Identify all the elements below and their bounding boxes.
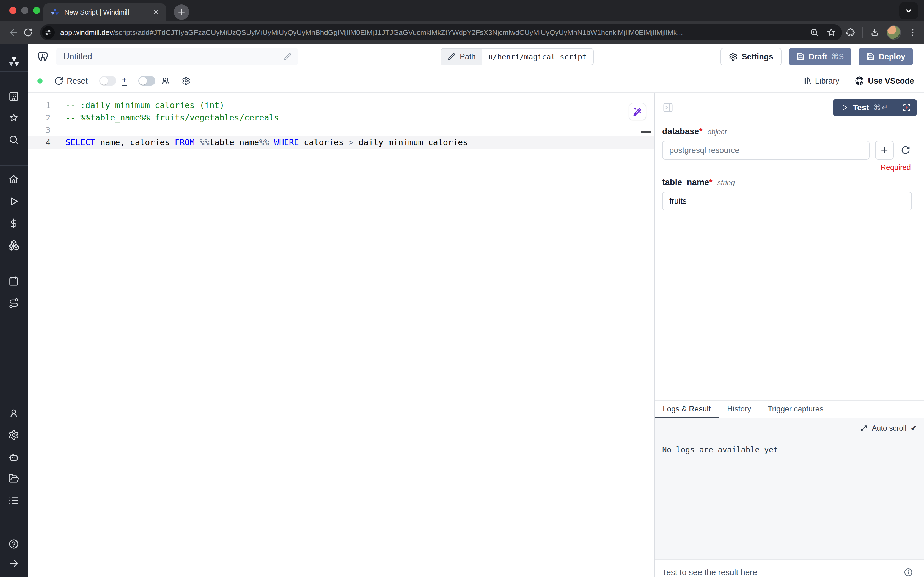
address-bar[interactable]: app.windmill.dev/scripts/add#JTdCJTIyaGF… (40, 24, 842, 40)
code-editor[interactable]: 1-- :daily_minimum_calories (int)2-- %%t… (27, 93, 655, 577)
field-label-database: database* object (662, 127, 912, 136)
sidebar-home-icon[interactable] (7, 173, 20, 186)
collapse-panel-icon[interactable] (662, 102, 674, 113)
script-title-box[interactable] (56, 48, 298, 66)
script-title-input[interactable] (63, 52, 283, 62)
sidebar-dollar-icon[interactable] (7, 217, 20, 230)
save-icon (866, 53, 874, 61)
toolbar-divider (863, 27, 863, 38)
table-name-input[interactable] (662, 192, 912, 210)
test-button[interactable]: Test ⌘↵ (833, 99, 896, 116)
zoom-icon[interactable] (810, 28, 819, 37)
editor-settings-gear-icon[interactable] (182, 76, 191, 85)
tab-search-button[interactable] (899, 2, 918, 19)
browser-tab[interactable]: New Script | Windmill (43, 3, 166, 21)
add-resource-button[interactable] (875, 141, 894, 160)
users-icon (161, 76, 170, 85)
close-window-button[interactable] (10, 7, 16, 14)
refresh-resources-icon[interactable] (899, 145, 912, 155)
url-text[interactable]: app.windmill.dev/scripts/add#JTdCJTIyaGF… (60, 28, 805, 37)
ai-assistant-button[interactable] (629, 103, 646, 121)
code-text: -- %%table_name%% fruits/vegetables/cere… (58, 113, 279, 122)
profile-avatar[interactable] (887, 25, 901, 40)
sidebar-windmill-logo (7, 55, 20, 68)
sidebar-folder-open-icon[interactable] (7, 472, 20, 485)
capture-test-button[interactable] (897, 99, 917, 116)
line-number: 2 (27, 113, 58, 122)
postgresql-icon (37, 51, 49, 63)
database-resource-input[interactable] (662, 141, 869, 160)
sidebar-bot-icon[interactable] (7, 450, 20, 464)
sidebar-help-icon[interactable] (7, 537, 20, 551)
sidebar-workspace-icon[interactable] (7, 90, 20, 103)
test-shortcut: ⌘↵ (873, 103, 888, 112)
code-line-3[interactable]: 3 (27, 124, 655, 136)
preview-panel: Test ⌘↵ database* object (655, 93, 924, 577)
use-vscode-button[interactable]: Use VScode (855, 76, 914, 86)
path-chip[interactable]: Path u/henri/magical_script (441, 48, 594, 65)
sidebar-plus-icon[interactable] (7, 318, 20, 331)
new-tab-button[interactable] (174, 5, 189, 20)
logs-empty-message: No logs are available yet (662, 445, 917, 455)
test-row: Test ⌘↵ (655, 93, 924, 122)
bookmark-star-icon[interactable] (827, 28, 836, 37)
editor-toolbar: Reset ± Library (27, 69, 924, 93)
check-icon: ✔ (911, 424, 917, 433)
library-button[interactable]: Library (802, 76, 840, 85)
expand-logs-icon[interactable] (860, 425, 868, 432)
deploy-button[interactable]: Deploy (858, 48, 913, 66)
window-controls (10, 7, 40, 14)
tab-logs-result[interactable]: Logs & Result (655, 401, 719, 418)
panel-tabs: Logs & ResultHistoryTrigger captures (655, 400, 924, 418)
code-line-2[interactable]: 2-- %%table_name%% fruits/vegetables/cer… (27, 111, 655, 124)
extensions-icon[interactable] (846, 28, 855, 37)
collab-toggle-group (138, 76, 170, 85)
script-header: Path u/henri/magical_script Settings Dra… (27, 44, 924, 69)
sidebar-route-icon[interactable] (7, 297, 20, 309)
sidebar-star-icon[interactable] (7, 111, 20, 124)
menu-kebab-icon[interactable] (908, 28, 918, 37)
browser-toolbar: app.windmill.dev/scripts/add#JTdCJTIyaGF… (0, 21, 924, 44)
code-line-4[interactable]: 4SELECT name, calories FROM %%table_name… (27, 136, 655, 148)
header-actions: Settings Draft ⌘S Deploy (721, 48, 913, 66)
settings-button[interactable]: Settings (721, 48, 781, 66)
maximize-window-button[interactable] (33, 7, 40, 14)
app-sidebar (0, 44, 27, 577)
sidebar-settings-icon[interactable] (7, 429, 20, 442)
sidebar-user-icon[interactable] (7, 406, 20, 420)
tab-trigger-captures[interactable]: Trigger captures (759, 401, 832, 418)
sidebar-play-icon[interactable] (7, 195, 20, 208)
tab-history[interactable]: History (719, 401, 759, 418)
site-settings-icon[interactable] (42, 26, 55, 39)
sidebar-divider (0, 165, 27, 166)
library-icon (802, 76, 812, 85)
info-icon[interactable] (904, 567, 913, 577)
minimize-window-button[interactable] (21, 7, 28, 14)
code-line-1[interactable]: 1-- :daily_minimum_calories (int) (27, 99, 655, 111)
required-asterisk: * (699, 127, 702, 136)
collab-toggle[interactable] (138, 76, 155, 85)
sidebar-arrow-right-icon[interactable] (7, 557, 20, 570)
code-text: -- :daily_minimum_calories (int) (58, 100, 224, 110)
arguments-form: database* object Required table_name* st… (655, 122, 924, 210)
diff-toggle[interactable] (99, 76, 116, 85)
line-number: 3 (27, 126, 58, 135)
reload-button[interactable] (21, 28, 35, 37)
downloads-icon[interactable] (870, 28, 879, 37)
field-label-table-name: table_name* string (662, 177, 912, 187)
sidebar-calendar-icon[interactable] (7, 274, 20, 288)
autoscroll-control[interactable]: Auto scroll ✔ (662, 424, 917, 433)
gear-icon (729, 52, 737, 61)
sidebar-search-icon[interactable] (7, 133, 20, 146)
sidebar-boxes-icon[interactable] (7, 239, 20, 252)
draft-shortcut: ⌘S (831, 52, 844, 61)
close-tab-icon[interactable] (152, 8, 159, 16)
app-main: Path u/henri/magical_script Settings Dra… (27, 44, 924, 577)
edit-path-pencil-icon (447, 53, 456, 61)
edit-title-pencil-icon[interactable] (283, 53, 291, 61)
reset-button[interactable]: Reset (54, 76, 88, 85)
back-button[interactable] (6, 27, 21, 38)
sidebar-list-icon[interactable] (7, 494, 20, 507)
diff-icon: ± (122, 76, 127, 86)
draft-button[interactable]: Draft ⌘S (789, 48, 852, 66)
